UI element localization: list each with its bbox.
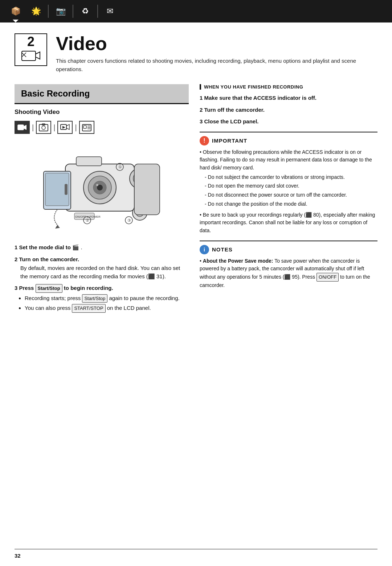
section-heading-box: Basic Recording bbox=[15, 84, 189, 103]
section-heading: Basic Recording bbox=[21, 89, 182, 99]
step-3-bullet-1: Recording starts; press Start/Stop again… bbox=[25, 294, 189, 303]
svg-point-22 bbox=[96, 184, 98, 186]
page-bottom-line bbox=[15, 549, 377, 549]
notes-body: • About the Power Save mode: To save pow… bbox=[200, 257, 377, 290]
when-finished-title: When You Have Finished Recording bbox=[200, 84, 377, 90]
important-sub-2: Do not open the memory card slot cover. bbox=[205, 182, 377, 190]
start-stop-btn: Start/Stop bbox=[36, 284, 62, 293]
mode-icon-video bbox=[15, 121, 30, 134]
svg-marker-1 bbox=[36, 52, 40, 59]
step-1-icon: 🎬 bbox=[72, 244, 79, 250]
page-number: 32 bbox=[15, 553, 21, 559]
important-sub-3: Do not disconnect the power source or tu… bbox=[205, 191, 377, 199]
when-step-2-text: Turn off the camcorder. bbox=[204, 107, 265, 113]
chapter-icon: 2 bbox=[15, 33, 47, 66]
when-step-2-num: 2 bbox=[200, 107, 203, 113]
important-label: Important bbox=[212, 138, 247, 144]
notes-text: • About the Power Save mode: To save pow… bbox=[200, 257, 377, 290]
camera-illustration: ON/OFF ● POWER ① ② ③ bbox=[15, 140, 189, 238]
step-3-text: Press Start/Stop to begin recording. bbox=[19, 285, 113, 291]
svg-marker-5 bbox=[24, 125, 26, 130]
mode-icon-playback bbox=[57, 121, 73, 134]
right-column: When You Have Finished Recording 1 Make … bbox=[200, 84, 377, 316]
when-finished-steps: 1 Make sure that the ACCESS indicator is… bbox=[200, 94, 377, 126]
mode-icon-gallery bbox=[79, 121, 94, 134]
important-body: • Observe the following precautions whil… bbox=[200, 148, 377, 235]
important-sub-bullets: Do not subject the camcorder to vibratio… bbox=[205, 173, 377, 208]
important-sub-1: Do not subject the camcorder to vibratio… bbox=[205, 173, 377, 181]
nav-icon-camera[interactable]: 📷 bbox=[52, 3, 69, 20]
svg-text:③: ③ bbox=[127, 218, 131, 222]
mode-icons-row: | | | bbox=[15, 119, 189, 135]
svg-rect-13 bbox=[83, 126, 86, 128]
nav-icon-star[interactable]: 🌟 bbox=[28, 3, 44, 20]
step-2-body: By default, movies are recorded on the h… bbox=[20, 264, 189, 280]
svg-rect-34 bbox=[134, 164, 160, 215]
svg-point-7 bbox=[42, 126, 45, 130]
step-3: 3 Press Start/Stop to begin recording. R… bbox=[15, 284, 189, 313]
when-step-1-text: Make sure that the ACCESS indicator is o… bbox=[204, 95, 317, 101]
mode-sep-2: | bbox=[53, 123, 55, 132]
when-step-2: 2 Turn off the camcorder. bbox=[200, 106, 377, 114]
svg-text:①: ① bbox=[118, 165, 122, 169]
svg-marker-10 bbox=[66, 124, 69, 130]
subsection-title: Shooting Video bbox=[15, 108, 189, 116]
notes-header: i Notes bbox=[200, 245, 377, 254]
important-text-2: • Be sure to back up your recordings reg… bbox=[200, 211, 377, 235]
nav-separator bbox=[48, 5, 49, 18]
nav-separator-3 bbox=[97, 5, 98, 18]
step-1-text: Set the mode dial to bbox=[19, 244, 73, 250]
step-3-bullets: Recording starts; press Start/Stop again… bbox=[25, 294, 189, 313]
step-1: 1 Set the mode dial to 🎬 . bbox=[15, 243, 189, 252]
svg-rect-4 bbox=[18, 125, 24, 130]
important-text-1: • Observe the following precautions whil… bbox=[200, 148, 377, 172]
when-step-1: 1 Make sure that the ACCESS indicator is… bbox=[200, 94, 377, 102]
nav-separator-2 bbox=[73, 5, 73, 18]
main-columns: Basic Recording Shooting Video | bbox=[15, 84, 377, 316]
step-2-text: Turn on the camcorder. bbox=[19, 256, 79, 262]
chapter-description: This chapter covers functions related to… bbox=[56, 57, 377, 73]
left-column: Basic Recording Shooting Video | bbox=[15, 84, 189, 316]
section-divider bbox=[15, 103, 189, 104]
chapter-title-block: Video This chapter covers functions rela… bbox=[56, 33, 377, 73]
svg-rect-0 bbox=[22, 51, 36, 61]
step-1-number: 1 bbox=[15, 244, 17, 250]
chapter-header: 2 Video This chapter covers functions re… bbox=[15, 33, 377, 73]
important-sub-4: Do not change the position of the mode d… bbox=[205, 200, 377, 208]
svg-marker-11 bbox=[62, 126, 65, 129]
svg-rect-26 bbox=[65, 184, 68, 195]
chapter-title: Video bbox=[56, 33, 377, 54]
important-icon: ! bbox=[200, 136, 209, 145]
step-3-bullet-2: You can also press START/STOP on the LCD… bbox=[25, 304, 189, 313]
when-step-3: 3 Close the LCD panel. bbox=[200, 118, 377, 126]
step-2-number: 2 bbox=[15, 256, 17, 262]
important-header: ! Important bbox=[200, 136, 377, 145]
nav-icon-recycle[interactable]: ♻ bbox=[77, 3, 94, 20]
top-navigation-bar: 📦 🌟 📷 ♻ ✉ bbox=[0, 0, 392, 22]
nav-icon-box[interactable]: 📦 bbox=[7, 3, 24, 20]
svg-text:②: ② bbox=[86, 218, 89, 222]
nav-icon-envelope[interactable]: ✉ bbox=[102, 3, 118, 20]
mode-sep-1: | bbox=[32, 123, 34, 132]
mode-sep-3: | bbox=[75, 123, 77, 132]
step-1-period: . bbox=[81, 244, 82, 250]
start-stop-btn-2: Start/Stop bbox=[82, 294, 107, 303]
step-2: 2 Turn on the camcorder. By default, mov… bbox=[15, 255, 189, 281]
when-step-3-text: Close the LCD panel. bbox=[204, 118, 259, 124]
svg-marker-41 bbox=[55, 225, 60, 229]
important-box: ! Important • Observe the following prec… bbox=[200, 132, 377, 235]
notes-icon: i bbox=[200, 245, 209, 254]
chapter-icon-img bbox=[21, 49, 41, 65]
notes-label: Notes bbox=[212, 246, 233, 253]
chapter-number: 2 bbox=[27, 35, 34, 48]
notes-box: i Notes • About the Power Save mode: To … bbox=[200, 241, 377, 290]
onoff-btn: ON/OFF bbox=[317, 273, 339, 282]
page-content: 2 Video This chapter covers functions re… bbox=[0, 22, 392, 324]
mode-icon-photo bbox=[36, 121, 51, 134]
when-step-3-num: 3 bbox=[200, 118, 203, 124]
when-step-1-num: 1 bbox=[200, 95, 203, 101]
start-stop-btn-3: START/STOP bbox=[72, 304, 105, 313]
step-3-number: 3 bbox=[15, 285, 17, 291]
svg-rect-23 bbox=[76, 157, 102, 166]
